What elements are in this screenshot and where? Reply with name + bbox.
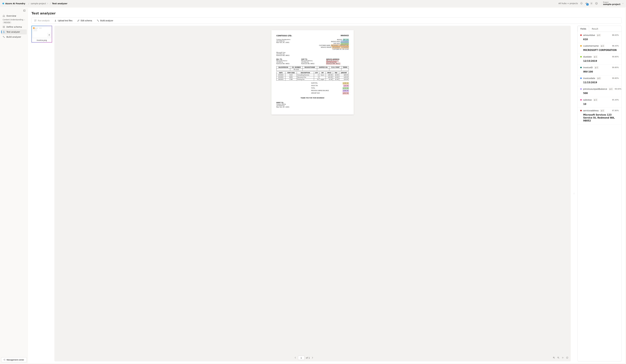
field-color-swatch [580, 110, 582, 111]
field-name: invoicedate [583, 77, 595, 80]
field-value: MICROSOFT CORPORATION [583, 49, 619, 52]
page-title: Test analyzer [32, 11, 622, 15]
doc-company: CONTOSO LTD. [276, 35, 292, 37]
results-tabs: Fields Result [578, 26, 622, 32]
zoom-in-icon[interactable] [553, 357, 555, 359]
sidebar-section-content-understanding[interactable]: Content Understanding PREVIEW [1, 18, 27, 24]
hl-amountdue: $610.00 [343, 92, 349, 94]
doc-line-items-table: DATEITEM CODEDESCRIPTIONQTYUMPRICETAXAMO… [276, 72, 349, 81]
field-name: salestax [583, 99, 592, 101]
field-row[interactable]: previousunpaidbalancep.199.60%500 [578, 86, 622, 97]
thumbnail-card[interactable]: CONTOSO LTD. INVOICE────────────── ─────… [32, 26, 52, 42]
sidebar-item-overview[interactable]: Overview [1, 13, 27, 18]
field-confidence: 99.60% [615, 88, 622, 90]
status-dot-icon [33, 27, 35, 29]
field-row[interactable]: salestaxp.195.40%10 [578, 97, 622, 108]
svg-rect-5 [3, 26, 4, 27]
field-name: invoiceID [583, 66, 593, 69]
svg-point-1 [595, 2, 597, 4]
hl-prevbalance: $500.00 [343, 90, 349, 92]
svg-rect-11 [35, 20, 35, 20]
field-confidence: 99.80% [612, 67, 619, 69]
brand[interactable]: Azure AI Foundry [2, 2, 25, 5]
home-icon [3, 15, 5, 17]
doc-po-table: SALESPERSONP.O. NUMBERREQUISITIONERSHIPP… [276, 66, 349, 71]
field-page-chip: p.1 [600, 109, 605, 112]
svg-rect-7 [3, 27, 4, 28]
sidebar-item-build-analyzer[interactable]: Build analyzer [1, 35, 27, 40]
field-page-chip: p.1 [593, 99, 598, 101]
svg-point-3 [597, 3, 597, 3]
panel-splitter[interactable]: ⁞ [573, 26, 575, 361]
tab-fields[interactable]: Fields [578, 26, 589, 32]
edit-schema-button[interactable]: Edit schema [76, 19, 93, 22]
next-page-button[interactable] [311, 357, 313, 359]
field-color-swatch [580, 78, 582, 79]
project-picker[interactable]: Project sample-project [601, 1, 624, 5]
bell-icon[interactable] [580, 2, 583, 5]
project-label: Project [603, 1, 621, 3]
field-confidence: 88.60% [612, 34, 619, 36]
page-number-input[interactable] [298, 356, 305, 360]
run-analysis-button: Run analysis [33, 19, 50, 22]
field-page-chip: p.1 [600, 44, 605, 47]
field-color-swatch [580, 67, 582, 68]
delete-thumbnail-button[interactable] [47, 33, 51, 37]
collapse-sidebar-icon[interactable] [23, 9, 26, 12]
field-row[interactable]: amountduep.188.60%610 [578, 32, 622, 43]
doc-totals: SUBTOTAL$100.00 SALES TAX$10.00 TOTAL$11… [311, 82, 349, 95]
field-row[interactable]: invoicedatep.199.80%11/15/2019 [578, 76, 622, 86]
breadcrumb-sep: / [29, 2, 29, 5]
field-value: 11/15/2019 [583, 81, 619, 84]
field-color-swatch [580, 56, 582, 57]
fields-list[interactable]: amountduep.188.60%610customernamep.198.4… [578, 32, 622, 361]
megaphone-icon[interactable]: 1 [585, 2, 588, 5]
field-color-swatch [580, 99, 582, 101]
svg-point-0 [591, 3, 592, 4]
field-value: 500 [583, 92, 619, 95]
field-page-chip: p.1 [594, 66, 599, 69]
thumbnail-rail: CONTOSO LTD. INVOICE────────────── ─────… [32, 26, 52, 361]
gear-icon[interactable] [590, 2, 593, 5]
field-value: 610 [583, 38, 619, 41]
prev-page-button[interactable] [294, 357, 297, 359]
tab-result[interactable]: Result [589, 26, 601, 32]
svg-rect-6 [4, 26, 5, 27]
results-panel: Fields Result amountduep.188.60%610custo… [578, 26, 622, 361]
field-row[interactable]: duedatep.199.80%12/15/2019 [578, 54, 622, 65]
sidebar: Overview Content Understanding PREVIEW D… [0, 7, 28, 364]
hubs-link[interactable]: All hubs + projects [558, 2, 578, 4]
field-row[interactable]: customernamep.198.40%MICROSOFT CORPORATI… [578, 43, 622, 54]
brand-name: Azure AI Foundry [5, 2, 25, 5]
fit-icon[interactable] [562, 357, 564, 359]
zoom-out-icon[interactable] [557, 357, 559, 359]
chevron-up-down-icon [47, 2, 48, 5]
svg-point-14 [97, 20, 98, 20]
toolbar: Run analysis Upload test files Edit sche… [32, 17, 622, 24]
sidebar-item-test-analyzer[interactable]: Test analyzer [1, 29, 27, 35]
build-analyzer-button[interactable]: Build analyzer [96, 19, 114, 22]
field-color-swatch [580, 88, 582, 90]
breadcrumb-project[interactable]: sample-project [31, 2, 48, 5]
field-row[interactable]: invoiceIDp.199.80%INV-100 [578, 65, 622, 76]
field-value: Microsoft Services 123 Service St, Redmo… [583, 113, 619, 122]
field-name: customername [583, 45, 599, 47]
hl-due-date: 12/15/2019 [341, 43, 349, 44]
wrench-icon [3, 36, 5, 38]
topbar-right: All hubs + projects 1 Project sample-pro… [558, 1, 624, 5]
sidebar-item-define-schema[interactable]: Define schema [1, 24, 27, 29]
field-name: serviceaddress [583, 109, 599, 112]
viewer-canvas[interactable]: CONTOSO LTD. INVOICE Contoso Headquarter… [54, 26, 571, 354]
field-confidence: 99.80% [612, 77, 619, 79]
exit-icon [3, 359, 5, 361]
field-confidence: 97.80% [612, 110, 619, 112]
rotate-icon[interactable] [566, 357, 568, 359]
project-value: sample-project [603, 3, 621, 5]
field-page-chip: p.1 [597, 77, 601, 80]
management-center-button[interactable]: Management center [1, 357, 27, 362]
upload-test-files-button[interactable]: Upload test files [53, 19, 73, 22]
smiley-icon[interactable] [595, 2, 598, 5]
field-name: previousunpaidbalance [583, 88, 607, 90]
field-row[interactable]: serviceaddressp.197.80%Microsoft Service… [578, 108, 622, 124]
hl-invoice-date: 11/15/2019 [341, 41, 349, 43]
